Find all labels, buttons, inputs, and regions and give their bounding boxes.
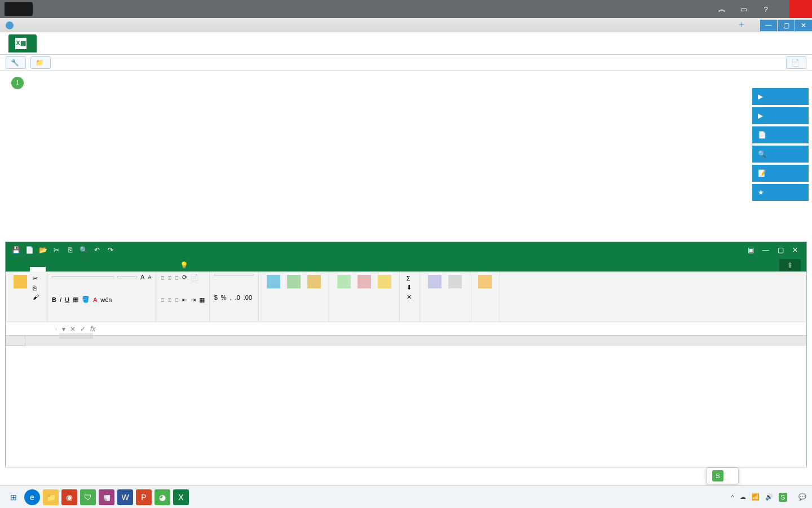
paste-button[interactable]: [10, 274, 30, 301]
save-icon[interactable]: 💾: [11, 246, 20, 255]
table-format-button[interactable]: [284, 274, 304, 291]
autosum-button[interactable]: Σ: [404, 274, 415, 283]
edge-icon[interactable]: e: [24, 489, 40, 505]
excel-taskbar-icon[interactable]: X: [173, 489, 189, 505]
italic-button[interactable]: I: [60, 296, 61, 303]
view-answer-button[interactable]: 🔍: [752, 146, 809, 163]
currency-icon[interactable]: $: [214, 294, 218, 301]
help-icon[interactable]: ?: [759, 2, 773, 16]
cancel-formula-icon[interactable]: ✕: [70, 325, 76, 333]
app-icon-1[interactable]: ▦: [99, 489, 114, 505]
number-format-select[interactable]: [214, 274, 254, 276]
align-left-icon[interactable]: ≡: [161, 296, 164, 303]
cut-button[interactable]: ✂: [30, 274, 42, 283]
comma-icon[interactable]: ,: [230, 294, 232, 301]
accept-formula-icon[interactable]: ✓: [80, 325, 86, 333]
online-video-button[interactable]: ▶: [752, 88, 809, 105]
border-button[interactable]: ▦: [73, 296, 78, 303]
undo-icon[interactable]: ↶: [92, 246, 102, 255]
notes-button[interactable]: 📝: [752, 165, 809, 182]
start-button[interactable]: ⊞: [6, 489, 21, 505]
new-icon[interactable]: 📄: [25, 246, 34, 255]
tray-icon[interactable]: ☁: [740, 493, 746, 501]
font-name-select[interactable]: [52, 276, 114, 278]
tab-review[interactable]: [109, 267, 125, 271]
excel-maximize-icon[interactable]: ▢: [778, 246, 784, 254]
tab-spreadsheet[interactable]: X▦: [8, 34, 37, 52]
spreadsheet-grid[interactable]: [6, 336, 806, 432]
sort-filter-button[interactable]: [425, 274, 445, 291]
network-icon[interactable]: 📶: [752, 493, 760, 501]
add-tab-icon[interactable]: +: [738, 19, 744, 31]
minimize-icon[interactable]: —: [760, 20, 777, 31]
tab-view[interactable]: [125, 267, 140, 271]
explorer-icon[interactable]: 📁: [43, 489, 59, 505]
copy-icon[interactable]: ⎘: [65, 246, 74, 255]
tab-pdf[interactable]: [156, 267, 172, 271]
tab-dev[interactable]: [140, 267, 156, 271]
copy-button[interactable]: ⎘: [30, 283, 42, 292]
font-size-select[interactable]: [117, 276, 137, 278]
align-center-icon[interactable]: ≡: [168, 296, 171, 303]
fx-icon[interactable]: fx: [90, 325, 95, 333]
excel-close-icon[interactable]: ✕: [792, 246, 798, 254]
tab-home[interactable]: [30, 267, 46, 271]
toolbox-button[interactable]: 🔧: [6, 56, 26, 69]
shield-icon[interactable]: 🛡: [80, 489, 96, 505]
fill-color-button[interactable]: 🪣: [82, 296, 90, 303]
browser-icon[interactable]: ◉: [61, 489, 77, 505]
bold-button[interactable]: B: [52, 296, 56, 303]
close-icon[interactable]: ✕: [795, 20, 812, 31]
dropdown-icon[interactable]: ▾: [62, 325, 65, 333]
word-icon[interactable]: W: [117, 489, 133, 505]
favorite-button[interactable]: ★: [752, 184, 809, 201]
find-select-button[interactable]: [445, 274, 465, 291]
indent-inc-icon[interactable]: ⇥: [191, 296, 196, 304]
ime-tray-icon[interactable]: S: [779, 493, 787, 502]
powerpoint-icon[interactable]: P: [136, 489, 152, 505]
notifications-icon[interactable]: 💬: [798, 493, 806, 501]
ribbon-options-icon[interactable]: ▣: [748, 246, 754, 254]
collapse-icon[interactable]: ︽: [715, 2, 729, 16]
redo-icon[interactable]: ↷: [106, 246, 115, 255]
name-box[interactable]: [6, 328, 56, 330]
exam-folder-button[interactable]: 📁: [30, 56, 51, 69]
wechat-icon[interactable]: ◕: [155, 489, 170, 505]
login-button[interactable]: [764, 259, 779, 271]
fill-button[interactable]: ⬇: [404, 283, 415, 292]
cell-style-button[interactable]: [304, 274, 324, 291]
submit-exam-button[interactable]: [789, 0, 812, 18]
insert-cell-button[interactable]: [334, 274, 354, 291]
delete-cell-button[interactable]: [354, 274, 374, 291]
share-button[interactable]: ⇪: [779, 259, 801, 271]
window-icon[interactable]: ▭: [737, 2, 751, 16]
tab-data[interactable]: [93, 267, 109, 271]
grow-font-icon[interactable]: A: [140, 274, 144, 281]
inc-decimal-icon[interactable]: .0: [235, 294, 240, 301]
indent-dec-icon[interactable]: ⇤: [182, 296, 187, 304]
tab-file[interactable]: [14, 267, 30, 271]
download-video-button[interactable]: ▶: [752, 107, 809, 124]
open-icon[interactable]: 📂: [38, 246, 47, 255]
dec-decimal-icon[interactable]: .00: [244, 294, 252, 301]
tab-formula[interactable]: [77, 267, 93, 271]
align-bot-icon[interactable]: ≡: [175, 274, 178, 281]
tab-insert[interactable]: [46, 267, 61, 271]
underline-button[interactable]: U: [65, 296, 69, 303]
text-review-button[interactable]: 📄: [752, 126, 809, 143]
ime-indicator[interactable]: S: [706, 467, 739, 484]
align-top-icon[interactable]: ≡: [161, 274, 164, 281]
view-source-button[interactable]: 📄: [786, 56, 806, 69]
wrap-text-button[interactable]: 📄: [191, 274, 198, 281]
cond-format-button[interactable]: [263, 274, 284, 291]
invoice-check-button[interactable]: [475, 274, 495, 291]
excel-minimize-icon[interactable]: —: [762, 246, 769, 254]
percent-icon[interactable]: %: [221, 294, 227, 301]
orientation-icon[interactable]: ⟳: [182, 274, 187, 281]
align-right-icon[interactable]: ≡: [175, 296, 178, 303]
volume-icon[interactable]: 🔊: [765, 493, 773, 501]
select-all-corner[interactable]: [6, 336, 25, 346]
align-mid-icon[interactable]: ≡: [168, 274, 171, 281]
maximize-icon[interactable]: ▢: [778, 20, 795, 31]
clear-button[interactable]: ✕: [404, 292, 415, 302]
